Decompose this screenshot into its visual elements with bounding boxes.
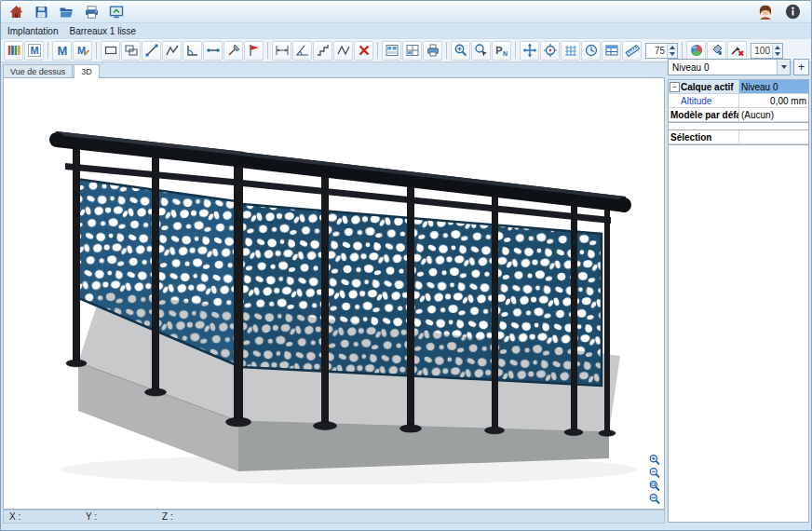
- dimension-zigzag-button[interactable]: [333, 41, 353, 61]
- pointer-info-button[interactable]: [471, 41, 491, 61]
- property-label: Modèle par défaut: [669, 108, 738, 121]
- zoom-region-button[interactable]: [451, 41, 470, 61]
- double-rectangle-tool-icon: [124, 43, 139, 58]
- user-avatar[interactable]: [756, 3, 775, 20]
- fill-color-icon: [710, 43, 724, 58]
- center-target-button[interactable]: [540, 41, 560, 61]
- selection-header-row: Sélection: [669, 130, 808, 144]
- view-tabs: Vue de dessus 3D: [3, 62, 100, 77]
- snap-grid-button[interactable]: [561, 41, 580, 61]
- cut-tool-icon: [226, 43, 241, 58]
- panel-grid-2-icon: [405, 43, 420, 58]
- save-icon: [34, 5, 49, 20]
- panel-grid-2-button[interactable]: [402, 41, 422, 61]
- panel-grid-1-button[interactable]: [382, 41, 401, 61]
- line-tool-button[interactable]: [142, 41, 161, 61]
- zoom-window-button[interactable]: [647, 480, 661, 492]
- print-button[interactable]: [82, 3, 101, 20]
- menu-implantation[interactable]: Implantation: [7, 26, 58, 36]
- fence-style-icon: [7, 43, 21, 58]
- svg-text:N: N: [502, 50, 507, 57]
- module-edit-button[interactable]: M: [73, 41, 92, 61]
- rectangle-tool-icon: [103, 43, 118, 58]
- fence-style-button[interactable]: [4, 41, 23, 61]
- svg-text:M: M: [30, 45, 38, 56]
- segment-tool-icon: [206, 43, 221, 58]
- menu-barreaux-1-lisse[interactable]: Barreaux 1 lisse: [69, 26, 136, 36]
- flag-tool-icon: [247, 43, 262, 58]
- spacing-spinner-arrows[interactable]: [667, 44, 677, 58]
- property-value[interactable]: Niveau 0: [738, 80, 808, 93]
- chevron-down-icon[interactable]: [777, 60, 790, 75]
- open-folder-button[interactable]: [57, 3, 75, 20]
- export-view-button[interactable]: [107, 3, 126, 20]
- zoom-extents-button[interactable]: [647, 493, 661, 505]
- properties-body: − Calque actif Niveau 0 Altitude 0,00 mm…: [668, 79, 809, 523]
- tab-3d[interactable]: 3D: [74, 64, 100, 78]
- dimension-horizontal-button[interactable]: [272, 41, 291, 61]
- spacing-spinner[interactable]: 75: [645, 43, 678, 59]
- property-label: Calque actif: [681, 82, 734, 92]
- polyline-tool-icon: [165, 43, 180, 58]
- level-select[interactable]: Niveau 0: [668, 59, 791, 75]
- angle-tool-button[interactable]: [183, 41, 202, 61]
- polyline-tool-button[interactable]: [162, 41, 182, 61]
- dimension-angle-button[interactable]: [292, 41, 312, 61]
- add-level-button[interactable]: +: [793, 59, 809, 75]
- layer-properties-table: − Calque actif Niveau 0 Altitude 0,00 mm…: [669, 80, 808, 123]
- home-icon: [8, 5, 24, 20]
- double-rectangle-tool-button[interactable]: [121, 41, 141, 61]
- zoom-in-button[interactable]: [647, 454, 661, 466]
- dimension-steps-button[interactable]: [313, 41, 332, 61]
- collapse-icon[interactable]: −: [670, 82, 680, 92]
- module-grid-button[interactable]: M: [24, 41, 44, 61]
- pan-view-icon: [522, 43, 537, 58]
- panel-grid-1-icon: [385, 43, 399, 58]
- info-button[interactable]: [783, 3, 802, 20]
- property-value[interactable]: (Aucun): [738, 108, 808, 121]
- segment-tool-button[interactable]: [203, 41, 223, 61]
- 3d-viewport[interactable]: [3, 77, 665, 510]
- scale-spinner[interactable]: 100: [751, 43, 783, 59]
- selection-value: [738, 130, 808, 143]
- property-row-modele[interactable]: Modèle par défaut (Aucun): [669, 108, 808, 122]
- scale-value[interactable]: 100: [751, 44, 772, 58]
- render-3d-button[interactable]: [686, 41, 706, 61]
- angle-tool-icon: [185, 43, 200, 58]
- measure-ruler-button[interactable]: [622, 41, 642, 61]
- level-bar: Niveau 0 +: [668, 59, 809, 75]
- dimension-delete-button[interactable]: [354, 41, 373, 61]
- save-button[interactable]: [32, 3, 50, 20]
- render-3d-icon: [689, 43, 704, 58]
- property-row-calque-actif[interactable]: − Calque actif Niveau 0: [669, 80, 808, 94]
- zoom-out-button[interactable]: [647, 467, 661, 479]
- pan-view-button[interactable]: [520, 41, 539, 61]
- zoom-window-icon: [648, 480, 661, 492]
- dimension-zigzag-icon: [336, 43, 351, 58]
- history-clock-button[interactable]: [581, 41, 601, 61]
- status-z-label: Z :: [162, 511, 173, 522]
- rectangle-tool-button[interactable]: [101, 41, 120, 61]
- spacing-value[interactable]: 75: [646, 44, 667, 58]
- data-table-button[interactable]: [602, 41, 621, 61]
- delete-selection-button[interactable]: [727, 41, 747, 61]
- module-m-button[interactable]: M: [52, 41, 72, 61]
- tab-vue-de-dessus[interactable]: Vue de dessus: [3, 64, 73, 77]
- module-grid-icon: M: [27, 43, 42, 58]
- flag-tool-button[interactable]: [244, 41, 264, 61]
- selection-header-label: Sélection: [669, 130, 738, 143]
- property-row-altitude[interactable]: Altitude 0,00 mm: [669, 94, 808, 108]
- svg-text:P: P: [495, 45, 502, 56]
- history-clock-icon: [584, 43, 599, 58]
- property-value[interactable]: 0,00 mm: [738, 94, 808, 107]
- cut-tool-button[interactable]: [223, 41, 243, 61]
- home-button[interactable]: [7, 3, 25, 20]
- railing-3d-render: [4, 78, 664, 509]
- scale-spinner-arrows[interactable]: [772, 44, 782, 58]
- export-view-icon: [108, 5, 125, 20]
- fill-color-button[interactable]: [707, 41, 726, 61]
- status-y-label: Y :: [86, 511, 97, 522]
- delete-selection-icon: [730, 43, 745, 58]
- point-numbering-button[interactable]: P N: [492, 41, 511, 61]
- print-layout-button[interactable]: [423, 41, 442, 61]
